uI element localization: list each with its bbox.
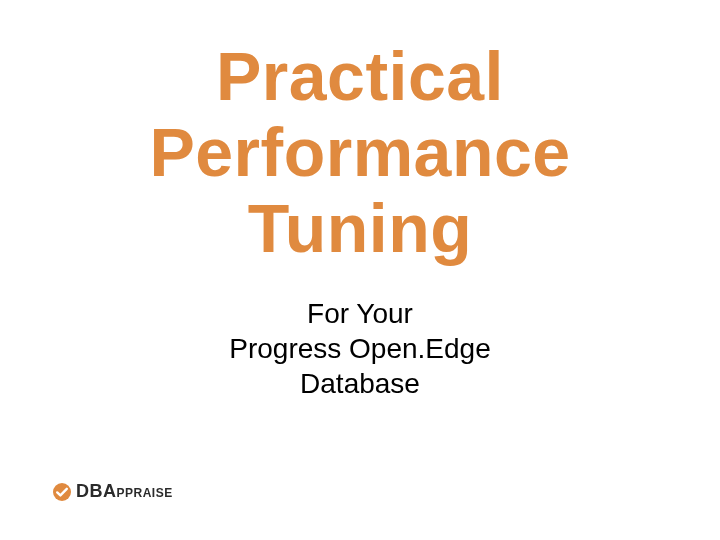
brand-logo-text-small: PPRAISE	[117, 486, 173, 500]
subtitle-line-2: Progress Open.Edge	[229, 333, 491, 364]
brand-logo-text-big: DBA	[76, 481, 117, 502]
slide-subtitle: For Your Progress Open.Edge Database	[229, 296, 491, 401]
title-line-2: Performance	[149, 114, 570, 190]
brand-logo-text: DBAPPRAISE	[76, 481, 173, 502]
brand-logo: DBAPPRAISE	[52, 481, 173, 502]
slide-title: Practical Performance Tuning	[149, 38, 570, 266]
title-line-1: Practical	[216, 38, 504, 114]
slide: Practical Performance Tuning For Your Pr…	[0, 0, 720, 540]
title-line-3: Tuning	[248, 190, 473, 266]
subtitle-line-1: For Your	[307, 298, 413, 329]
svg-point-0	[53, 483, 71, 501]
checkmark-circle-icon	[52, 482, 72, 502]
subtitle-line-3: Database	[300, 368, 420, 399]
